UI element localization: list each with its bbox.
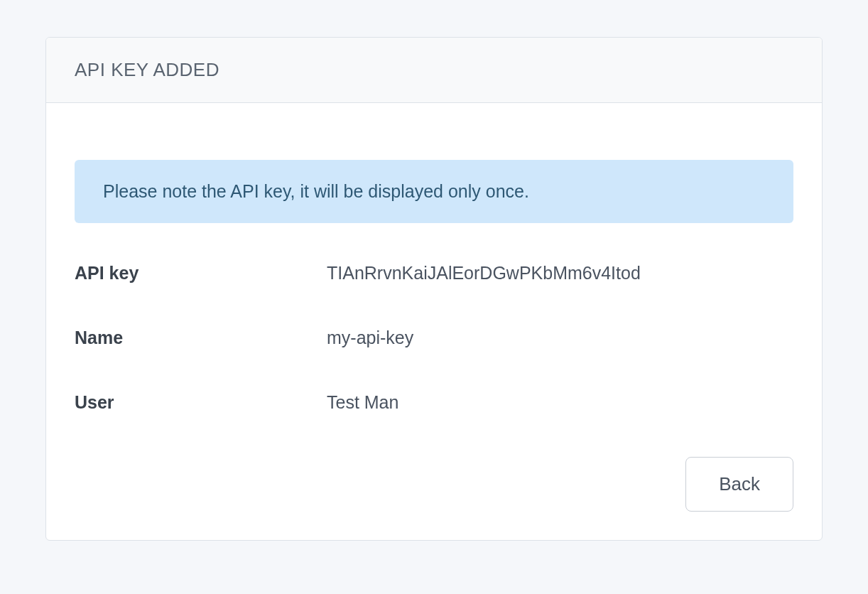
- name-label: Name: [75, 328, 327, 348]
- name-value: my-api-key: [327, 328, 413, 348]
- api-key-row: API key TIAnRrvnKaiJAlEorDGwPKbMm6v4Itod: [75, 263, 793, 284]
- user-row: User Test Man: [75, 392, 793, 413]
- alert-text: Please note the API key, it will be disp…: [103, 181, 765, 202]
- name-row: Name my-api-key: [75, 328, 793, 348]
- card-title: API KEY ADDED: [75, 59, 793, 81]
- info-alert: Please note the API key, it will be disp…: [75, 160, 793, 223]
- back-button[interactable]: Back: [685, 457, 793, 512]
- api-key-added-card: API KEY ADDED Please note the API key, i…: [45, 37, 823, 541]
- api-key-label: API key: [75, 263, 327, 284]
- user-label: User: [75, 392, 327, 413]
- card-body: Please note the API key, it will be disp…: [46, 103, 822, 540]
- user-value: Test Man: [327, 392, 398, 413]
- actions-row: Back: [75, 457, 793, 512]
- card-header: API KEY ADDED: [46, 38, 822, 103]
- api-key-value: TIAnRrvnKaiJAlEorDGwPKbMm6v4Itod: [327, 263, 641, 284]
